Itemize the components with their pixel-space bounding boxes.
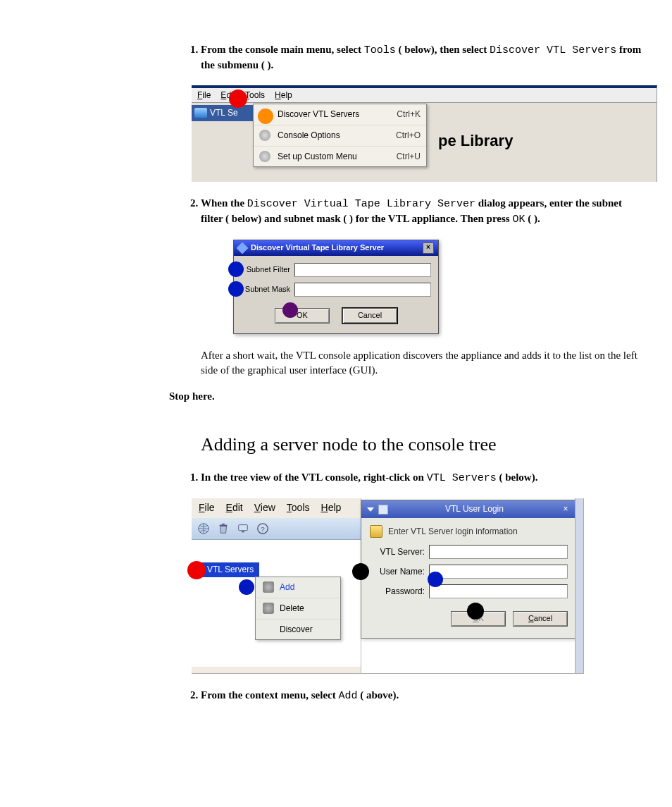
username-row: User Name:: [370, 565, 568, 579]
ctx-discover[interactable]: Discover: [256, 620, 340, 640]
step-4: From the context menu, select Add ( abov…: [201, 688, 644, 703]
menu-tools[interactable]: Tools: [287, 501, 310, 515]
subnet-mask-row: Subnet Mask: [241, 283, 431, 297]
monitor-icon[interactable]: [235, 521, 251, 536]
context-menu: Add Delete Discover: [255, 577, 341, 640]
tools-dropdown: Discover VTL Servers Ctrl+K Console Opti…: [253, 104, 427, 167]
svg-text:?: ?: [261, 525, 265, 533]
tree-label: VTL Servers: [207, 564, 254, 576]
svg-rect-2: [222, 524, 225, 525]
dialog-title: Discover Virtual Tape Library Server: [251, 242, 384, 253]
menu-row1-shortcut: Ctrl+K: [397, 109, 421, 121]
username-label: User Name:: [370, 566, 425, 578]
step2-lead: When the: [201, 197, 247, 209]
globe-icon[interactable]: [196, 521, 211, 536]
after-discover-para: After a short wait, the VTL console appl…: [201, 348, 644, 378]
vtl-user-login-dialog: VTL User Login × Enter VTL Server login …: [361, 500, 577, 639]
subnet-filter-label: Subnet Filter: [241, 264, 290, 275]
close-icon[interactable]: ×: [561, 505, 571, 515]
svg-rect-4: [242, 531, 244, 533]
scrollbar[interactable]: [575, 498, 583, 673]
menu-help[interactable]: Help: [275, 90, 292, 101]
menu-edit[interactable]: Edit: [226, 501, 243, 515]
menu-file[interactable]: File: [199, 501, 215, 515]
svg-rect-1: [220, 525, 228, 526]
step-1: From the console main menu, select Tools…: [201, 42, 644, 73]
step1-text: From the console main menu, select: [201, 44, 364, 55]
menu-console-options[interactable]: Console Options Ctrl+O: [254, 125, 426, 147]
menu-row2-shortcut: Ctrl+O: [396, 130, 421, 142]
password-input[interactable]: [429, 584, 568, 598]
login-title: VTL User Login: [392, 503, 556, 515]
username-input[interactable]: [429, 565, 568, 579]
dropdown-icon[interactable]: [367, 507, 374, 512]
tree-label: VTL Se: [210, 107, 238, 119]
trash-icon[interactable]: [216, 521, 231, 536]
custom-icon: [259, 151, 270, 162]
ctx-delete-label: Delete: [280, 603, 304, 615]
vtl-server-input[interactable]: [429, 545, 568, 559]
step2-dlgname: Discover Virtual Tape Library Server: [247, 198, 475, 210]
menu-row2-label: Console Options: [278, 130, 340, 142]
tree-area: VTL Servers Add Delete Discover: [192, 539, 361, 667]
menu-view[interactable]: View: [254, 501, 275, 515]
menu-row1-label: Discover VTL Servers: [278, 109, 359, 121]
callout-purple-icon: [282, 302, 298, 318]
step3-tail: ( below).: [497, 472, 538, 483]
dialog-icon: [237, 242, 249, 254]
step1-discover: Discover VTL Servers: [490, 44, 616, 56]
dialog-titlebar: Discover Virtual Tape Library Server ×: [234, 240, 438, 256]
ctx-discover-label: Discover: [280, 624, 313, 636]
step2-ok: OK: [512, 214, 525, 226]
close-icon[interactable]: ×: [423, 242, 434, 254]
tree-vtl-servers[interactable]: VTL Servers: [201, 562, 259, 577]
figure-tree-login: File Edit View Tools Help ? VTL Servers: [192, 498, 584, 674]
ctx-add[interactable]: Add: [256, 577, 340, 598]
menu-tools[interactable]: Tools: [245, 90, 265, 101]
cancel-button[interactable]: Cancel: [342, 308, 397, 324]
menu-setup-custom-menu[interactable]: Set up Custom Menu Ctrl+U: [254, 147, 426, 167]
section-adding-server-node: Adding a server node to the console tree: [201, 432, 644, 457]
callout-blue-icon: [228, 261, 244, 277]
figure-tools-menu: FFileile Edit Tools Help VTL Se Discover…: [192, 85, 657, 182]
menu-discover-vtl-servers[interactable]: Discover VTL Servers Ctrl+K: [254, 104, 426, 125]
step3-lead: In the tree view of the VTL console, rig…: [201, 472, 427, 483]
password-label: Password:: [370, 586, 425, 598]
step4-tail: ( above).: [358, 689, 399, 701]
delete-icon: [263, 603, 274, 614]
discover-dialog: Discover Virtual Tape Library Server × S…: [233, 240, 439, 334]
step1-tools: Tools: [364, 44, 396, 56]
ctx-delete[interactable]: Delete: [256, 598, 340, 620]
menu-row3-shortcut: Ctrl+U: [397, 151, 421, 163]
menu-help[interactable]: Help: [321, 501, 342, 515]
subnet-filter-row: Subnet Filter: [241, 263, 431, 277]
options-icon: [259, 130, 270, 141]
step-3: In the tree view of the VTL console, rig…: [201, 470, 644, 486]
cancel-button[interactable]: Cancel: [513, 611, 568, 627]
stop-here: Stop here.: [169, 389, 644, 404]
subnet-mask-label: Subnet Mask: [241, 284, 290, 295]
callout-blue-icon: [239, 579, 254, 595]
menubar: File Edit View Tools Help: [192, 498, 361, 518]
menu-file[interactable]: FFileile: [197, 90, 211, 101]
menu-row3-label: Set up Custom Menu: [278, 151, 357, 163]
callout-red-icon: [229, 90, 247, 108]
subnet-filter-input[interactable]: [294, 263, 431, 277]
tree-vtl-servers[interactable]: VTL Se: [192, 105, 255, 121]
callout-blue-icon: [228, 281, 244, 297]
ctx-add-label: Add: [280, 581, 294, 593]
password-row: Password:: [370, 584, 568, 598]
server-icon: [370, 525, 382, 538]
step1-mid: ( below), then select: [396, 44, 490, 55]
help-icon[interactable]: ?: [255, 521, 270, 536]
step3-target: VTL Servers: [427, 472, 497, 484]
add-icon: [263, 581, 274, 593]
vtl-server-label: VTL Server:: [370, 546, 425, 558]
login-prompt: Enter VTL Server login information: [370, 525, 568, 538]
subnet-mask-input[interactable]: [294, 283, 431, 297]
vtl-icon: [194, 108, 207, 118]
login-prompt-text: Enter VTL Server login information: [388, 526, 518, 538]
vtl-server-row: VTL Server:: [370, 545, 568, 559]
svg-rect-3: [239, 525, 248, 531]
window-icon: [378, 505, 388, 515]
